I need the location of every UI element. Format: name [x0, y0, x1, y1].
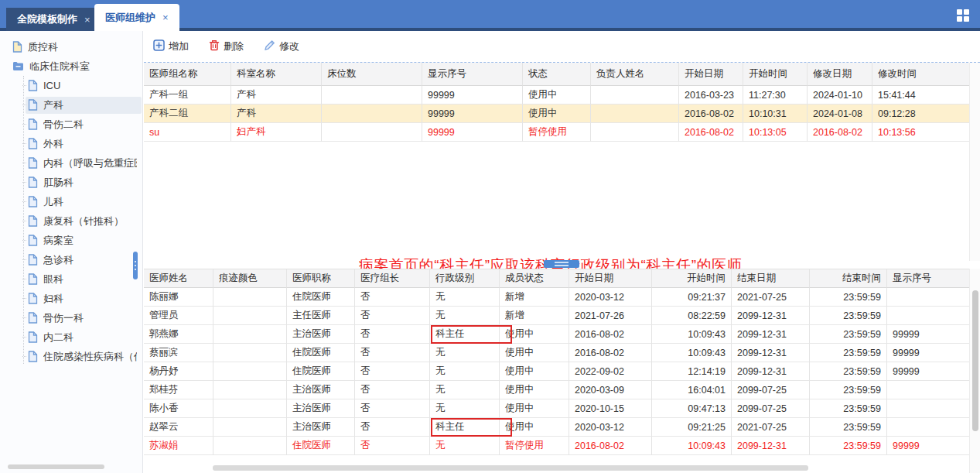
column-header[interactable]: 开始日期	[569, 269, 652, 288]
toolbar: 增加 删除 修改	[144, 31, 980, 62]
sidebar-resize-handle[interactable]	[133, 252, 138, 279]
tab-label: 全院模板制作	[17, 12, 77, 26]
edit-button[interactable]: 修改	[264, 39, 299, 53]
sidebar-item[interactable]: 急诊科	[0, 250, 142, 269]
vertical-scrollbar-thumb[interactable]	[972, 290, 978, 431]
column-header[interactable]: 开始日期	[679, 63, 743, 86]
add-icon	[153, 39, 165, 53]
sidebar-item[interactable]: 骨伤二科	[0, 115, 142, 134]
column-header[interactable]: 开始时间	[652, 269, 732, 288]
table-row[interactable]: 陈丽娜住院医师否无新增2020-03-1209:21:372021-07-252…	[144, 288, 970, 307]
sidebar-item[interactable]: 儿科	[0, 192, 142, 211]
column-header[interactable]: 状态	[523, 63, 591, 86]
table-row[interactable]: 苏淑娟住院医师否无暂停使用2016-08-0210:09:432099-12-3…	[144, 437, 970, 455]
close-icon[interactable]: ×	[162, 12, 169, 23]
column-header[interactable]: 床位数	[322, 63, 422, 86]
column-header[interactable]: 负责人姓名	[591, 63, 679, 86]
column-header[interactable]: 科室名称	[231, 63, 322, 86]
column-header[interactable]: 显示序号	[422, 63, 523, 86]
header-row: 医师组名称科室名称床位数显示序号状态负责人姓名开始日期开始时间修改日期修改时间	[144, 63, 970, 86]
table-row[interactable]: 杨丹妤住院医师否无使用中2022-09-0212:14:192099-12-31…	[144, 362, 970, 381]
sidebar-item-label: 肛肠科	[43, 176, 73, 190]
sidebar-item[interactable]: 外科	[0, 134, 142, 153]
tab-doctor-group-maintenance[interactable]: 医师组维护 ×	[94, 4, 179, 31]
app-window: 全院模板制作 × 医师组维护 × 质控科临床住院科室ICU产科骨伤二科外科内科（…	[0, 0, 980, 473]
tab-label: 医师组维护	[105, 11, 155, 25]
sidebar-item[interactable]: 妇科	[0, 289, 142, 308]
sidebar-item-label: 质控科	[28, 40, 58, 54]
column-header[interactable]: 显示序号	[887, 269, 970, 288]
column-header[interactable]: 修改日期	[808, 63, 872, 86]
sidebar-item-label: 产科	[43, 98, 63, 112]
column-header[interactable]: 医疗组长	[355, 269, 430, 288]
table-row[interactable]: 赵翠云主治医师否科主任使用中2020-03-1209:21:252021-07-…	[144, 418, 970, 437]
delete-button-label: 删除	[224, 39, 244, 53]
table-row[interactable]: 管理员主任医师否无新增2021-07-2608:22:592099-12-312…	[144, 307, 970, 325]
sidebar-item-label: 骨伤一科	[43, 311, 84, 325]
column-header[interactable]: 医师姓名	[144, 269, 213, 288]
sidebar-item[interactable]: 肛肠科	[0, 173, 142, 192]
doctor-group-scrollbar-track[interactable]	[969, 63, 980, 261]
tab-hospital-template[interactable]: 全院模板制作 ×	[6, 8, 101, 31]
add-button[interactable]: 增加	[153, 39, 189, 53]
sidebar-item[interactable]: 骨伤一科	[0, 308, 142, 327]
column-header[interactable]: 医师组名称	[144, 63, 231, 86]
sidebar-item[interactable]: 临床住院科室	[0, 57, 142, 76]
doctor-member-scrollbar-track[interactable]	[969, 269, 980, 473]
doctor-member-grid: 医师姓名痕迹颜色医师职称医疗组长行政级别成员状态开始日期开始时间结束日期结束时间…	[144, 269, 980, 473]
table-row[interactable]: 蔡丽滨住院医师否无使用中2016-08-0210:09:432099-12-31…	[144, 344, 970, 362]
column-header[interactable]: 医师职称	[287, 269, 355, 288]
sidebar-item[interactable]: 康复科（针推科）	[0, 211, 142, 231]
sidebar-item[interactable]: 产科	[0, 95, 142, 115]
sidebar-item-label: ICU	[43, 80, 60, 91]
sidebar-horizontal-scrollbar[interactable]	[8, 464, 104, 469]
header-row: 医师姓名痕迹颜色医师职称医疗组长行政级别成员状态开始日期开始时间结束日期结束时间…	[144, 269, 970, 288]
column-header[interactable]: 开始时间	[743, 63, 808, 86]
sidebar-item-label: 康复科（针推科）	[43, 214, 124, 228]
table-row[interactable]: su妇产科99999暂停使用2016-08-0210:13:052016-08-…	[144, 123, 970, 142]
sidebar-item[interactable]: ICU	[0, 76, 142, 95]
table-row[interactable]: 郭燕娜主治医师否科主任使用中2016-08-0210:09:432099-12-…	[144, 325, 970, 344]
department-tree: 质控科临床住院科室ICU产科骨伤二科外科内科（呼吸与危重症医肛肠科儿科康复科（针…	[0, 37, 142, 366]
sidebar-item[interactable]: 住院感染性疾病科（传	[0, 347, 142, 366]
grid-splitter-handle[interactable]	[544, 260, 579, 268]
doc-yellow-icon	[12, 41, 22, 53]
doc-icon	[28, 177, 38, 188]
folder-open-icon	[12, 61, 24, 71]
doc-icon	[28, 312, 38, 324]
table-row[interactable]: 产科二组产科99999使用中2016-08-0210:10:312024-01-…	[144, 105, 970, 123]
doc-icon	[28, 138, 38, 149]
doc-icon	[28, 196, 38, 207]
grid-menu-icon[interactable]	[957, 9, 969, 22]
sidebar-item-label: 临床住院科室	[29, 60, 90, 74]
delete-button[interactable]: 删除	[209, 39, 244, 53]
sidebar-item[interactable]: 质控科	[0, 37, 142, 57]
sidebar-item-label: 内科（呼吸与危重症医	[43, 156, 137, 170]
column-header[interactable]: 结束日期	[732, 269, 810, 288]
sidebar-item-label: 儿科	[43, 195, 63, 209]
sidebar-item[interactable]: 内科（呼吸与危重症医	[0, 153, 142, 173]
table-row[interactable]: 陈小香主治医师否无使用中2020-10-1509:47:132099-07-25…	[144, 399, 970, 418]
sidebar-item-label: 内二科	[43, 331, 73, 344]
sidebar-item[interactable]: 病案室	[0, 231, 142, 250]
doc-icon	[28, 331, 38, 343]
table-row[interactable]: 郑桂芬主治医师否无使用中2020-03-0916:04:012099-07-25…	[144, 381, 970, 399]
column-header[interactable]: 痕迹颜色	[213, 269, 287, 288]
doc-icon	[28, 273, 38, 285]
tab-bar: 全院模板制作 × 医师组维护 ×	[0, 0, 980, 31]
sidebar-item[interactable]: 内二科	[0, 327, 142, 347]
doc-icon	[28, 293, 38, 304]
close-icon[interactable]: ×	[84, 14, 90, 26]
column-header[interactable]: 行政级别	[430, 269, 500, 288]
sidebar-item-label: 外科	[43, 137, 63, 151]
main-panel: 增加 删除 修改 医师组名称科室名称床位数显示序号状态负责人姓名开始日期开始时间…	[144, 31, 980, 473]
column-header[interactable]: 结束时间	[810, 269, 887, 288]
sidebar-item[interactable]: 眼科	[0, 269, 142, 289]
column-header[interactable]: 成员状态	[500, 269, 569, 288]
table-row[interactable]: 产科一组产科99999使用中2016-03-2311:27:302024-01-…	[144, 86, 970, 105]
doc-icon	[28, 99, 38, 111]
doc-icon	[28, 351, 38, 362]
sidebar-item-label: 急诊科	[43, 253, 73, 267]
horizontal-scrollbar-thumb[interactable]	[213, 465, 808, 471]
column-header[interactable]: 修改时间	[872, 63, 970, 86]
